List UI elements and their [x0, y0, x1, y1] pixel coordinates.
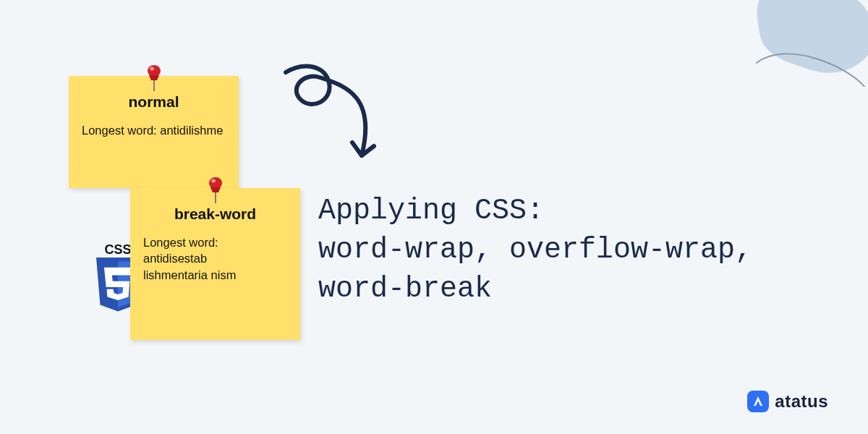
- svg-rect-4: [215, 192, 216, 203]
- note-body: Longest word: antidilishme: [82, 122, 226, 138]
- note-body: Longest word: antidisestab lishmentaria …: [143, 234, 287, 283]
- svg-point-5: [211, 179, 216, 183]
- pushpin-icon: [143, 63, 165, 92]
- svg-point-3: [209, 177, 222, 189]
- page-title: Applying CSS: word-wrap, overflow-wrap, …: [318, 192, 839, 309]
- svg-point-2: [150, 67, 154, 71]
- loop-arrow-icon: [275, 54, 405, 184]
- title-line-2: word-wrap, overflow-wrap, word-break: [318, 231, 839, 309]
- title-line-1: Applying CSS:: [318, 192, 839, 231]
- sticky-note-normal: normal Longest word: antidilishme: [69, 76, 239, 188]
- note-label: Longest word:: [143, 236, 218, 249]
- svg-rect-1: [153, 80, 155, 91]
- brand: atatus: [747, 391, 828, 412]
- brand-name: atatus: [775, 391, 828, 412]
- svg-point-0: [148, 65, 161, 77]
- note-heading: break-word: [143, 205, 287, 223]
- sticky-note-break-word: break-word Longest word: antidisestab li…: [130, 188, 300, 340]
- pushpin-icon: [205, 175, 226, 204]
- note-value: antidilishme: [160, 124, 223, 137]
- sticky-notes-group: normal Longest word: antidilishme CSS br…: [54, 69, 300, 358]
- decorative-blob: [745, 0, 868, 87]
- note-heading: normal: [82, 93, 226, 111]
- note-label: Longest word:: [82, 124, 160, 137]
- brand-logo-icon: [747, 391, 769, 412]
- note-value: antidisestab lishmentaria nism: [143, 250, 237, 283]
